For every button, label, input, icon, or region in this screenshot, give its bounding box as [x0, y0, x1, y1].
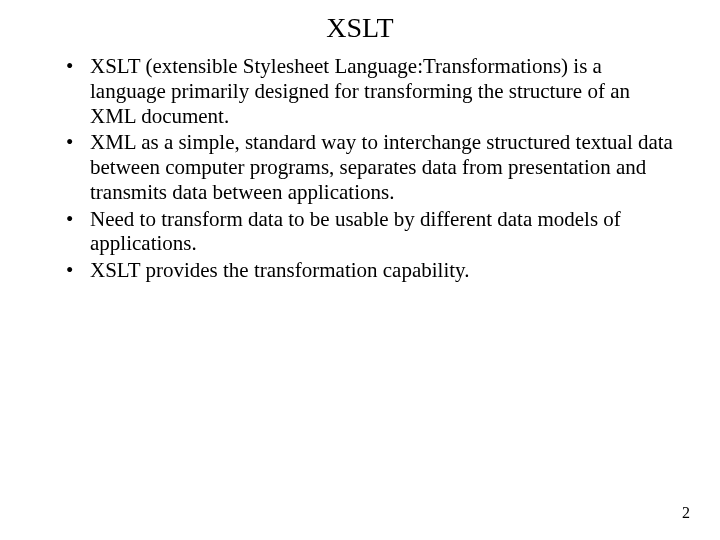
list-item: XSLT provides the transformation capabil… — [72, 258, 680, 283]
bullet-list: XSLT (extensible Stylesheet Language:Tra… — [40, 54, 680, 283]
list-item: XSLT (extensible Stylesheet Language:Tra… — [72, 54, 680, 128]
list-item: Need to transform data to be usable by d… — [72, 207, 680, 257]
page-number: 2 — [682, 504, 690, 522]
slide-title: XSLT — [40, 12, 680, 44]
slide: XSLT XSLT (extensible Stylesheet Languag… — [0, 0, 720, 540]
list-item: XML as a simple, standard way to interch… — [72, 130, 680, 204]
